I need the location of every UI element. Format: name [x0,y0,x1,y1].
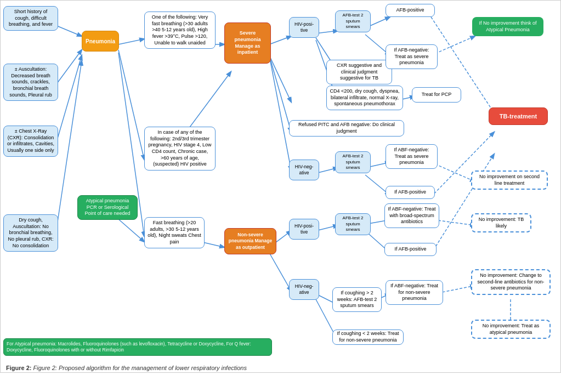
afb-test-1: AFB-test 2 sputum smears [335,10,371,32]
no-improvement-2: No improvement: TB likely [471,213,531,232]
severe-criteria: One of the following: Very fast breathin… [144,12,216,49]
nonsevere-pneumonia: Non-severe pneumonia Manage as outpatien… [224,228,276,254]
svg-line-24 [316,168,338,173]
hiv-positive-2: HIV-posi- tive [289,219,319,240]
if-coughing-2wks: If coughing > 2 weeks: AFB-test 2 sputum… [332,287,382,312]
afb-test-2: AFB-test 2 sputum smears [335,151,371,173]
symptom-dry-cough: Dry cough, Auscultation: No bronchial br… [3,214,58,252]
severe-pneumonia: Severe pneumonia Manage as inpatient [224,22,271,64]
no-improvement-4: No improvement: Treat as atypical pneumo… [471,320,551,339]
svg-line-15 [269,253,291,291]
figure-caption: Figure 2: Figure 2: Proposed algorithm f… [6,365,247,371]
symptom-auscultation: ± Auscultation: Decreased breath sounds,… [3,64,58,101]
if-coughing-less-2wks: If coughing < 2 weeks: Treat for non-sev… [332,329,404,345]
svg-line-1 [55,50,82,86]
incase-criteria: In case of any of the following: 2nd/3rd… [144,127,216,171]
symptom-cxr: ± Chest X-Ray (CXR): Consolidation or in… [3,126,58,157]
refused-pitc: Refused PITC and AFB negative: Do clinic… [289,120,404,137]
hiv-negative-1: HIV-neg- ative [289,160,319,180]
diagram: Short history of cough, difficult breath… [0,0,561,373]
svg-line-29 [316,225,338,231]
svg-line-13 [269,55,291,132]
cd4-criteria: CD4 <200, dry cough, dyspnea, bilateral … [326,86,403,110]
afb-negative-1: If AFB-negative: Treat as severe pneumon… [386,44,438,69]
hiv-negative-2: HIV-neg- ative [289,279,319,300]
pneumonia-node: Pneumonia [82,31,119,52]
svg-line-27 [431,162,475,181]
afb-positive-1: AFB-positive [386,4,435,17]
svg-line-4 [118,39,144,44]
afb-negative-2: If ABF-negative: Treat as severe pneumon… [386,144,438,169]
svg-line-16 [316,31,338,33]
fast-breathing: Fast breathing (>20 adults, >30 5-12 yea… [144,217,205,248]
symptom-cough: Short history of cough, difficult breath… [3,6,58,31]
afb-positive-2: If AFB-positive [386,186,435,199]
svg-line-11 [269,55,291,171]
no-improvement-1: No improvement on second line treatment [471,171,548,190]
svg-line-33 [431,154,494,254]
afb-positive-3b: If AFB-positive [384,243,437,256]
svg-line-12 [269,55,291,102]
tb-treatment: TB-treatment [489,107,548,125]
figure-label: Figure 2: [6,365,31,371]
svg-line-5 [118,50,144,160]
svg-line-10 [269,36,291,44]
no-improvement-3: No improvement: Change to second-line an… [471,269,551,295]
atypical-note: For Atypical pneumonia: Macrolides, Fluo… [3,338,272,356]
treat-pcp: Treat for PCP [412,87,461,103]
afb-negative-3: If ABF-negative: Treat with broad-spectr… [384,203,439,228]
cxr-suggestive: CXR suggestive and clinical judgment sug… [326,60,392,84]
svg-line-2 [55,55,82,146]
svg-line-0 [55,25,82,36]
afb-negative-4: If ABF-negative: Treat for non-severe pn… [386,280,443,305]
hiv-positive-1: HIV-posi- tive [289,17,319,38]
atypical-pneumonia: Atypical pneumonia PCR or Serological Po… [77,195,138,220]
afb-test-3: AFB-test 2 sputum smears [335,213,371,235]
if-no-improvement: If No improvement think of Atypical Pneu… [472,17,543,36]
svg-line-32 [434,220,475,225]
svg-line-22 [431,36,475,55]
